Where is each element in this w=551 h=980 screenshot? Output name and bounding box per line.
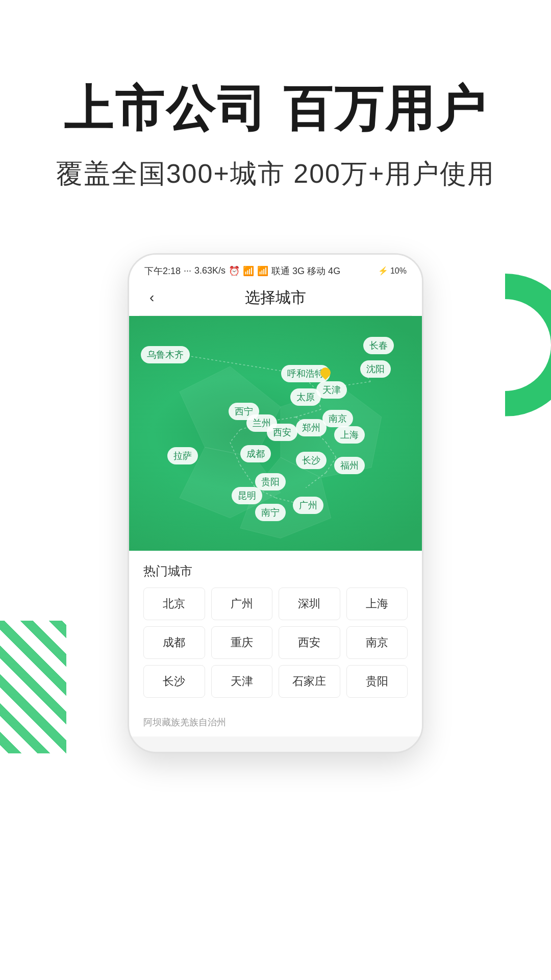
status-time: 下午2:18 xyxy=(144,265,181,277)
map-city-label[interactable]: 广州 xyxy=(293,497,323,514)
back-button[interactable]: ‹ xyxy=(149,289,154,306)
map-city-label[interactable]: 乌鲁木齐 xyxy=(141,346,190,363)
wifi-icon: 📶 xyxy=(243,265,254,277)
status-dots: ··· xyxy=(184,265,191,276)
battery-percent: 10% xyxy=(390,266,407,276)
nav-bar: ‹ 选择城市 xyxy=(139,280,412,316)
map-container[interactable]: 乌鲁木齐长春沈阳呼和浩特天津太原西宁兰州西安郑州南京上海拉萨成都长沙福州贵阳昆明… xyxy=(129,316,422,551)
status-bar-left: 下午2:18 ··· 3.63K/s ⏰ 📶 📶 联通 3G 移动 4G xyxy=(144,265,340,277)
map-city-label[interactable]: 南宁 xyxy=(255,504,286,521)
hot-cities-section: 热门城市 北京广州深圳上海成都重庆西安南京长沙天津石家庄贵阳 xyxy=(129,551,422,708)
city-button[interactable]: 长沙 xyxy=(143,665,205,698)
hot-cities-title: 热门城市 xyxy=(143,563,408,579)
map-city-label[interactable]: 沈阳 xyxy=(360,360,391,378)
nav-title: 选择城市 xyxy=(245,287,306,308)
status-bar-right: ⚡ 10% xyxy=(378,266,407,276)
hero-section: 上市公司 百万用户 覆盖全国300+城市 200万+用户使用 xyxy=(0,0,551,223)
map-city-label[interactable]: 昆明 xyxy=(232,487,262,504)
map-city-label[interactable]: 太原 xyxy=(290,388,321,406)
cities-grid: 北京广州深圳上海成都重庆西安南京长沙天津石家庄贵阳 xyxy=(143,587,408,698)
network-info: 联通 3G 移动 4G xyxy=(271,265,340,277)
bottom-region-text: 阿坝藏族羌族自治州 xyxy=(129,708,422,737)
hero-title: 上市公司 百万用户 xyxy=(41,82,510,136)
alarm-icon: ⏰ xyxy=(229,265,240,277)
stripes-decoration xyxy=(0,621,66,753)
map-city-label[interactable]: 西安 xyxy=(267,424,297,441)
status-bar: 下午2:18 ··· 3.63K/s ⏰ 📶 📶 联通 3G 移动 4G ⚡ 1… xyxy=(139,261,412,280)
phone-top-bar: 下午2:18 ··· 3.63K/s ⏰ 📶 📶 联通 3G 移动 4G ⚡ 1… xyxy=(129,255,422,316)
battery-lightning: ⚡ xyxy=(378,266,388,276)
map-city-label[interactable]: 上海 xyxy=(334,426,365,444)
signal-icon: 📶 xyxy=(257,265,268,277)
map-city-label[interactable]: 郑州 xyxy=(296,419,327,436)
city-button[interactable]: 成都 xyxy=(143,626,205,659)
circle-ring-decoration xyxy=(434,274,551,416)
city-button[interactable]: 深圳 xyxy=(279,587,340,620)
status-speed: 3.63K/s xyxy=(194,265,226,276)
map-city-label[interactable]: 长沙 xyxy=(296,452,327,469)
city-button[interactable]: 重庆 xyxy=(211,626,273,659)
city-button[interactable]: 贵阳 xyxy=(346,665,408,698)
city-button[interactable]: 石家庄 xyxy=(279,665,340,698)
city-button[interactable]: 西安 xyxy=(279,626,340,659)
city-button[interactable]: 南京 xyxy=(346,626,408,659)
phone-frame: 下午2:18 ··· 3.63K/s ⏰ 📶 📶 联通 3G 移动 4G ⚡ 1… xyxy=(128,253,423,753)
map-city-label[interactable]: 贵阳 xyxy=(255,473,286,491)
hero-subtitle: 覆盖全国300+城市 200万+用户使用 xyxy=(41,156,510,192)
map-city-label[interactable]: 拉萨 xyxy=(167,447,198,464)
city-button[interactable]: 北京 xyxy=(143,587,205,620)
map-city-label[interactable]: 成都 xyxy=(240,445,271,462)
map-city-label[interactable]: 长春 xyxy=(363,337,394,354)
city-button[interactable]: 上海 xyxy=(346,587,408,620)
stripes-inner xyxy=(0,621,66,753)
phone-section: 下午2:18 ··· 3.63K/s ⏰ 📶 📶 联通 3G 移动 4G ⚡ 1… xyxy=(0,223,551,753)
map-city-label[interactable]: 福州 xyxy=(334,457,365,474)
city-button[interactable]: 广州 xyxy=(211,587,273,620)
map-pin-marker xyxy=(319,368,332,382)
map-city-label[interactable]: 天津 xyxy=(316,381,347,399)
city-button[interactable]: 天津 xyxy=(211,665,273,698)
map-city-label[interactable]: 南京 xyxy=(322,410,353,427)
